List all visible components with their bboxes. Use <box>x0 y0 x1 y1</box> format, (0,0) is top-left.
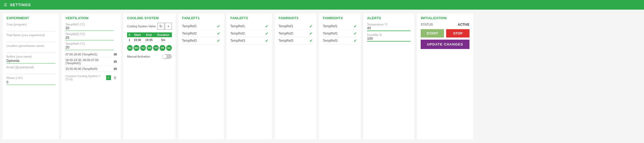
day-sa[interactable]: SA <box>166 45 172 51</box>
temp-alert-value[interactable]: 40 <box>367 26 410 31</box>
fanright4-ref1-label: TempRef1 <box>323 24 338 28</box>
crop-input[interactable] <box>6 27 55 31</box>
fanleft1-ref3-label: TempRef3 <box>182 39 197 43</box>
fanright3-ref1-check[interactable]: ✔ <box>309 24 313 28</box>
fanleft2-ref3-check[interactable]: ✔ <box>265 39 268 43</box>
initialization-section: INITIALIZATION STATUS ACTIVE START STOP … <box>417 13 473 139</box>
tempref1-label: TempRef1 (°C) <box>65 23 117 26</box>
fanleft2-ref1-check[interactable]: ✔ <box>265 24 268 28</box>
add-icon-btn[interactable]: + <box>165 23 172 30</box>
fanleft2-ref2-check[interactable]: ✔ <box>265 31 268 36</box>
connect-cooling-label: Connect Cooling System ? (T+3) <box>65 74 104 81</box>
fanleft1-ref3-check[interactable]: ✔ <box>217 39 220 43</box>
cooling-schedule-table: # Start End Duration 1 19:30 19:35 5m <box>127 32 172 43</box>
fanleft1-ref2-label: TempRef2 <box>182 32 197 35</box>
tempref2-value[interactable]: 25 <box>65 36 114 40</box>
location-input[interactable] <box>6 48 55 53</box>
status-label: STATUS <box>421 23 433 27</box>
col-start: Start <box>132 32 143 37</box>
row-start[interactable]: 19:30 <box>132 37 143 43</box>
toggle-knob <box>162 54 167 59</box>
col-duration: Duration <box>155 32 172 37</box>
trial-input[interactable] <box>6 37 55 42</box>
tempref3-label: TempRef3 (°C) <box>65 42 117 45</box>
col-end: End <box>143 32 155 37</box>
ventilation-title: VENTILATION <box>65 16 117 20</box>
cooling-section: COOLING SYSTEM Cooling System Valve ↻ + … <box>123 13 176 139</box>
day-th[interactable]: TH <box>153 45 159 51</box>
day-su[interactable]: SU <box>127 45 133 51</box>
alerts-section: ALERTS Temperature °C 40 Humidity % 100 <box>363 13 414 139</box>
fanleft1-ref2-check[interactable]: ✔ <box>217 31 220 36</box>
fanleft2-title: FANLEFT2 <box>230 16 268 20</box>
fanright4-ref3-check[interactable]: ✔ <box>354 39 357 43</box>
tempref3-row: TempRef3 (°C) 20 <box>65 42 117 50</box>
connect-cooling-row: Connect Cooling System ? (T+3) ✓ 🗑 <box>65 74 117 81</box>
fanright3-ref2-label: TempRef2 <box>279 32 293 35</box>
fanleft2-ref1-label: TempRef1 <box>230 24 245 28</box>
email-input[interactable] <box>6 69 55 74</box>
email-label: Email (@cpiar/gmail) <box>6 66 55 69</box>
humidity-alert-value[interactable]: 100 <box>367 36 410 42</box>
start-button[interactable]: START <box>421 29 444 37</box>
fanright4-ref2-label: TempRef2 <box>323 32 338 35</box>
day-we[interactable]: WE <box>147 45 152 51</box>
row-num: 1 <box>127 37 132 43</box>
day-tu[interactable]: TU <box>140 45 146 51</box>
delete-icon[interactable]: 🗑 <box>113 76 117 80</box>
humidity-alert-field: Humidity % 100 <box>367 33 410 42</box>
fanright4-ref3-label: TempRef3 <box>323 39 338 43</box>
stop-button[interactable]: STOP <box>446 29 469 37</box>
app-header: ☰ SETTINGS <box>0 0 644 10</box>
schedule-range-1: 07:00-18:00 (TempRef1) <box>65 53 97 56</box>
fanright3-ref2-check[interactable]: ✔ <box>309 31 313 36</box>
fanleft2-ref1: TempRef1 ✔ <box>230 23 268 30</box>
temp-alert-label: Temperature °C <box>367 23 410 26</box>
phone-label: Phone (+57) <box>6 76 55 80</box>
row-duration: 5m <box>155 37 172 43</box>
fanright4-title: FANRIGHT4 <box>323 16 357 20</box>
tempref1-value[interactable]: 30 <box>65 26 114 31</box>
fanleft1-ref1-check[interactable]: ✔ <box>217 24 220 28</box>
schedule-range-2: 18:00-19:30, 06:00-07:00 (TempRef2) <box>65 58 114 65</box>
row-end[interactable]: 19:35 <box>143 37 155 43</box>
fanright3-ref1: TempRef1 ✔ <box>279 23 313 30</box>
alerts-title: ALERTS <box>367 16 410 20</box>
fanright3-section: FANRIGHT3 TempRef1 ✔ TempRef2 ✔ TempRef3… <box>275 13 316 139</box>
experiment-section: EXPERIMENT Crop (program) Trial Name (yo… <box>3 13 59 139</box>
day-mo[interactable]: MO <box>134 45 139 51</box>
phone-value[interactable]: 0 <box>6 80 55 85</box>
fanleft1-ref1: TempRef1 ✔ <box>182 23 220 30</box>
schedule-row-3: 19:30-06:00 (TempRef3) 20 <box>65 66 117 72</box>
schedule-val-3: 20 <box>114 67 117 70</box>
fanright3-ref3: TempRef3 ✔ <box>279 37 313 44</box>
tempref2-row: TempRef2 (°C) 25 <box>65 32 117 40</box>
fanright3-ref2: TempRef2 ✔ <box>279 30 313 37</box>
refresh-icon-btn[interactable]: ↻ <box>157 23 164 30</box>
col-num: # <box>127 32 132 37</box>
fanright4-ref1: TempRef1 ✔ <box>323 23 357 30</box>
fanright3-ref1-label: TempRef1 <box>279 24 293 28</box>
humidity-alert-label: Humidity % <box>367 33 410 36</box>
fanleft1-ref1-label: TempRef1 <box>182 24 197 28</box>
day-buttons: SU MO TU WE TH FR SA <box>127 45 172 51</box>
fanright3-ref3-check[interactable]: ✔ <box>309 39 313 43</box>
day-fr[interactable]: FR <box>160 45 165 51</box>
update-changes-button[interactable]: UPDATE CHANGES <box>421 40 469 49</box>
manual-toggle[interactable] <box>162 54 172 59</box>
menu-icon[interactable]: ☰ <box>4 3 7 7</box>
manual-label: Manual Activation <box>127 55 150 58</box>
tempref3-value[interactable]: 20 <box>65 45 114 50</box>
schedule-val-2: 25 <box>114 60 117 63</box>
fanright4-ref1-check[interactable]: ✔ <box>354 24 357 28</box>
fanleft1-ref2: TempRef2 ✔ <box>182 30 220 37</box>
fanright4-ref2-check[interactable]: ✔ <box>354 31 357 36</box>
tempref2-label: TempRef2 (°C) <box>65 32 117 36</box>
trial-label: Trial Name (your experiment) <box>6 33 55 37</box>
fanright3-title: FANRIGHT3 <box>279 16 313 20</box>
start-stop-row: START STOP <box>421 29 469 37</box>
author-value[interactable]: Dpineda <box>6 59 55 63</box>
fanright4-section: FANRIGHT4 TempRef1 ✔ TempRef2 ✔ TempRef3… <box>319 13 361 139</box>
status-value: ACTIVE <box>458 23 469 27</box>
connect-cooling-checkbox[interactable]: ✓ <box>106 75 111 80</box>
